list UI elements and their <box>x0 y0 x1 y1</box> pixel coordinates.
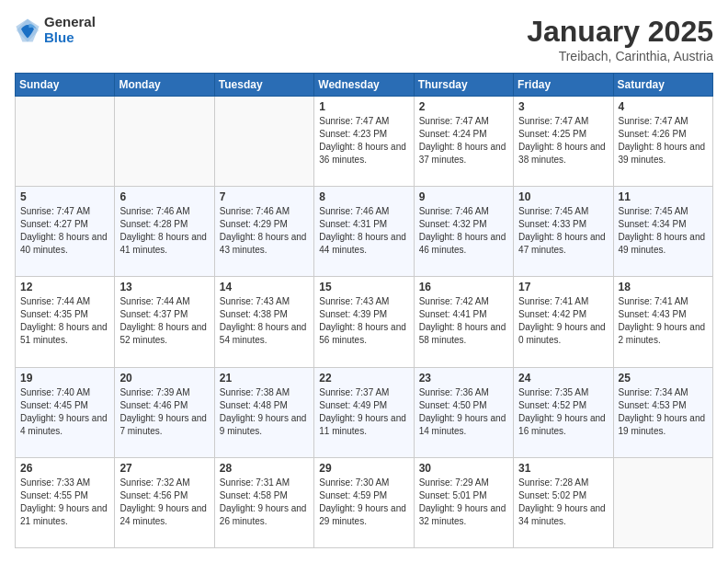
day-info: Sunrise: 7:33 AM Sunset: 4:55 PM Dayligh… <box>20 477 109 528</box>
day-number: 23 <box>419 372 508 385</box>
table-row: 17Sunrise: 7:41 AM Sunset: 4:42 PM Dayli… <box>514 277 613 367</box>
logo-text: General Blue <box>44 15 96 45</box>
day-number: 20 <box>119 372 209 385</box>
day-info: Sunrise: 7:31 AM Sunset: 4:58 PM Dayligh… <box>220 477 309 528</box>
day-info: Sunrise: 7:45 AM Sunset: 4:33 PM Dayligh… <box>518 205 608 257</box>
day-number: 15 <box>319 281 408 293</box>
day-number: 8 <box>319 190 408 203</box>
col-monday: Monday <box>115 74 214 97</box>
day-info: Sunrise: 7:45 AM Sunset: 4:34 PM Dayligh… <box>619 205 708 257</box>
day-info: Sunrise: 7:29 AM Sunset: 5:01 PM Dayligh… <box>419 477 508 528</box>
col-sunday: Sunday <box>16 74 115 97</box>
day-info: Sunrise: 7:44 AM Sunset: 4:37 PM Dayligh… <box>119 295 209 347</box>
table-row: 29Sunrise: 7:30 AM Sunset: 4:59 PM Dayli… <box>314 457 414 547</box>
table-row: 15Sunrise: 7:43 AM Sunset: 4:39 PM Dayli… <box>314 277 414 367</box>
logo-general-text: General <box>44 15 96 30</box>
table-row: 14Sunrise: 7:43 AM Sunset: 4:38 PM Dayli… <box>214 277 313 367</box>
day-number: 4 <box>619 100 708 113</box>
table-row: 7Sunrise: 7:46 AM Sunset: 4:29 PM Daylig… <box>214 187 313 277</box>
table-row: 20Sunrise: 7:39 AM Sunset: 4:46 PM Dayli… <box>115 367 214 457</box>
day-info: Sunrise: 7:40 AM Sunset: 4:45 PM Dayligh… <box>20 386 109 438</box>
table-row: 4Sunrise: 7:47 AM Sunset: 4:26 PM Daylig… <box>613 97 712 187</box>
table-row <box>115 97 214 187</box>
day-number: 3 <box>518 100 608 113</box>
col-thursday: Thursday <box>414 74 513 97</box>
calendar-week-1: 1Sunrise: 7:47 AM Sunset: 4:23 PM Daylig… <box>16 97 713 187</box>
day-info: Sunrise: 7:47 AM Sunset: 4:26 PM Dayligh… <box>619 115 708 167</box>
logo-blue-text: Blue <box>44 30 96 46</box>
table-row: 28Sunrise: 7:31 AM Sunset: 4:58 PM Dayli… <box>214 457 313 547</box>
location-subtitle: Treibach, Carinthia, Austria <box>527 49 713 63</box>
col-saturday: Saturday <box>613 74 712 97</box>
table-row: 23Sunrise: 7:36 AM Sunset: 4:50 PM Dayli… <box>414 367 513 457</box>
day-number: 10 <box>518 190 608 203</box>
calendar-week-5: 26Sunrise: 7:33 AM Sunset: 4:55 PM Dayli… <box>16 457 713 547</box>
day-number: 24 <box>518 372 608 385</box>
month-title: January 2025 <box>527 15 713 49</box>
day-info: Sunrise: 7:36 AM Sunset: 4:50 PM Dayligh… <box>419 386 508 438</box>
day-number: 11 <box>619 190 708 203</box>
day-info: Sunrise: 7:39 AM Sunset: 4:46 PM Dayligh… <box>119 386 209 438</box>
day-number: 19 <box>20 372 109 385</box>
table-row: 21Sunrise: 7:38 AM Sunset: 4:48 PM Dayli… <box>214 367 313 457</box>
table-row: 11Sunrise: 7:45 AM Sunset: 4:34 PM Dayli… <box>613 187 712 277</box>
table-row: 19Sunrise: 7:40 AM Sunset: 4:45 PM Dayli… <box>16 367 115 457</box>
table-row <box>613 457 712 547</box>
table-row: 24Sunrise: 7:35 AM Sunset: 4:52 PM Dayli… <box>514 367 613 457</box>
page: General Blue January 2025 Treibach, Cari… <box>0 0 728 563</box>
table-row: 12Sunrise: 7:44 AM Sunset: 4:35 PM Dayli… <box>16 277 115 367</box>
day-info: Sunrise: 7:47 AM Sunset: 4:27 PM Dayligh… <box>20 205 109 257</box>
logo: General Blue <box>15 15 96 45</box>
day-info: Sunrise: 7:41 AM Sunset: 4:43 PM Dayligh… <box>619 295 708 347</box>
day-number: 28 <box>220 462 309 475</box>
day-number: 30 <box>419 462 508 475</box>
day-info: Sunrise: 7:35 AM Sunset: 4:52 PM Dayligh… <box>518 386 608 438</box>
header: General Blue January 2025 Treibach, Cari… <box>15 15 713 63</box>
day-info: Sunrise: 7:30 AM Sunset: 4:59 PM Dayligh… <box>319 477 408 528</box>
table-row: 30Sunrise: 7:29 AM Sunset: 5:01 PM Dayli… <box>414 457 513 547</box>
table-row: 31Sunrise: 7:28 AM Sunset: 5:02 PM Dayli… <box>514 457 613 547</box>
col-wednesday: Wednesday <box>314 74 414 97</box>
table-row: 18Sunrise: 7:41 AM Sunset: 4:43 PM Dayli… <box>613 277 712 367</box>
table-row: 6Sunrise: 7:46 AM Sunset: 4:28 PM Daylig… <box>115 187 214 277</box>
day-info: Sunrise: 7:46 AM Sunset: 4:29 PM Dayligh… <box>220 205 309 257</box>
day-number: 21 <box>220 372 309 385</box>
logo-icon <box>15 17 40 43</box>
day-info: Sunrise: 7:28 AM Sunset: 5:02 PM Dayligh… <box>518 477 608 528</box>
day-info: Sunrise: 7:43 AM Sunset: 4:39 PM Dayligh… <box>319 295 408 347</box>
table-row: 3Sunrise: 7:47 AM Sunset: 4:25 PM Daylig… <box>514 97 613 187</box>
calendar-week-4: 19Sunrise: 7:40 AM Sunset: 4:45 PM Dayli… <box>16 367 713 457</box>
day-number: 17 <box>518 281 608 293</box>
day-number: 31 <box>518 462 608 475</box>
day-number: 16 <box>419 281 508 293</box>
day-number: 29 <box>319 462 408 475</box>
col-tuesday: Tuesday <box>214 74 313 97</box>
col-friday: Friday <box>514 74 613 97</box>
day-number: 5 <box>20 190 109 203</box>
title-block: January 2025 Treibach, Carinthia, Austri… <box>527 15 713 63</box>
day-info: Sunrise: 7:46 AM Sunset: 4:28 PM Dayligh… <box>119 205 209 257</box>
table-row: 9Sunrise: 7:46 AM Sunset: 4:32 PM Daylig… <box>414 187 513 277</box>
day-number: 18 <box>619 281 708 293</box>
day-number: 9 <box>419 190 508 203</box>
day-info: Sunrise: 7:37 AM Sunset: 4:49 PM Dayligh… <box>319 386 408 438</box>
day-info: Sunrise: 7:43 AM Sunset: 4:38 PM Dayligh… <box>220 295 309 347</box>
day-number: 7 <box>220 190 309 203</box>
day-info: Sunrise: 7:46 AM Sunset: 4:32 PM Dayligh… <box>419 205 508 257</box>
day-number: 13 <box>119 281 209 293</box>
day-info: Sunrise: 7:42 AM Sunset: 4:41 PM Dayligh… <box>419 295 508 347</box>
table-row: 27Sunrise: 7:32 AM Sunset: 4:56 PM Dayli… <box>115 457 214 547</box>
day-info: Sunrise: 7:38 AM Sunset: 4:48 PM Dayligh… <box>220 386 309 438</box>
day-number: 1 <box>319 100 408 113</box>
calendar-table: Sunday Monday Tuesday Wednesday Thursday… <box>15 73 713 548</box>
day-info: Sunrise: 7:34 AM Sunset: 4:53 PM Dayligh… <box>619 386 708 438</box>
day-number: 12 <box>20 281 109 293</box>
table-row: 5Sunrise: 7:47 AM Sunset: 4:27 PM Daylig… <box>16 187 115 277</box>
table-row <box>214 97 313 187</box>
day-info: Sunrise: 7:41 AM Sunset: 4:42 PM Dayligh… <box>518 295 608 347</box>
table-row: 1Sunrise: 7:47 AM Sunset: 4:23 PM Daylig… <box>314 97 414 187</box>
day-number: 25 <box>619 372 708 385</box>
calendar-week-3: 12Sunrise: 7:44 AM Sunset: 4:35 PM Dayli… <box>16 277 713 367</box>
table-row: 22Sunrise: 7:37 AM Sunset: 4:49 PM Dayli… <box>314 367 414 457</box>
table-row: 13Sunrise: 7:44 AM Sunset: 4:37 PM Dayli… <box>115 277 214 367</box>
